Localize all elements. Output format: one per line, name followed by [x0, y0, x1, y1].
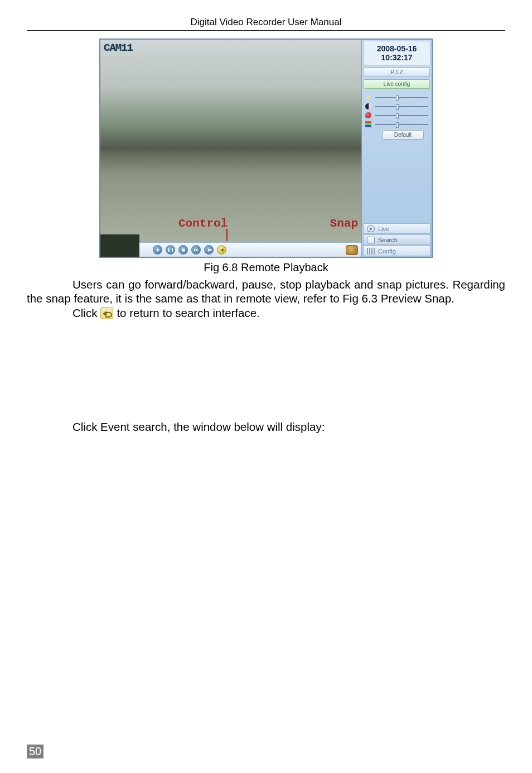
time-text: 10:32:17: [364, 53, 430, 62]
playback-control-bar: [139, 242, 361, 257]
ptz-tab[interactable]: P.T.Z: [364, 68, 430, 77]
page-header-title: Digital Video Recorder User Manual: [27, 17, 505, 30]
eye-icon: [367, 225, 375, 232]
default-button-label: Default: [394, 132, 412, 138]
rewind-button[interactable]: [191, 245, 201, 255]
snap-button[interactable]: [346, 245, 358, 255]
mode-buttons-area: Live Search Config: [362, 223, 432, 257]
stop-button[interactable]: [178, 245, 188, 255]
hue-slider-row: [365, 121, 428, 127]
screenshot-figure: CAM11 Control Snap 2008-05-: [27, 39, 505, 258]
brightness-slider-row: [365, 94, 428, 100]
default-button[interactable]: Default: [382, 130, 424, 140]
live-config-tab[interactable]: Live config: [364, 79, 430, 89]
control-annotation-arrow: [226, 229, 228, 241]
brightness-slider[interactable]: [375, 97, 428, 98]
datetime-display: 2008-05-16 10:32:17: [363, 41, 431, 65]
return-icon: [100, 307, 113, 319]
return-button[interactable]: [217, 245, 226, 255]
click-post-text: to return to search interface.: [117, 306, 259, 320]
saturation-slider-row: [365, 112, 428, 118]
hue-slider[interactable]: [375, 124, 428, 125]
mode-live-label: Live: [378, 225, 389, 232]
mode-search-label: Search: [378, 237, 398, 243]
ptz-tab-label: P.T.Z: [390, 69, 403, 75]
hue-icon: [365, 121, 371, 127]
contrast-slider[interactable]: [375, 106, 428, 107]
image-sliders: Default: [362, 90, 432, 142]
date-text: 2008-05-16: [364, 44, 430, 53]
config-icon: [367, 248, 375, 255]
click-pre-text: Click: [72, 306, 97, 320]
paragraph-1: Users can go forward/backward, pause, st…: [27, 277, 505, 305]
mode-search-button[interactable]: Search: [363, 234, 431, 245]
mode-config-button[interactable]: Config: [363, 246, 431, 256]
fast-forward-button[interactable]: [204, 245, 214, 255]
brightness-icon: [365, 94, 371, 100]
pause-button[interactable]: [166, 245, 175, 255]
camera-name-overlay: CAM11: [104, 42, 133, 54]
snap-annotation: Snap: [330, 217, 358, 230]
side-panel: 2008-05-16 10:32:17 P.T.Z Live config: [361, 40, 432, 257]
figure-caption: Fig 6.8 Remote Playback: [27, 261, 505, 274]
saturation-slider[interactable]: [375, 115, 428, 116]
live-config-tab-label: Live config: [384, 81, 410, 87]
contrast-icon: [365, 103, 371, 109]
mode-live-button[interactable]: Live: [363, 223, 431, 234]
click-instruction-line: Click to return to search interface.: [27, 306, 505, 320]
play-button[interactable]: [153, 245, 162, 255]
video-viewport: CAM11 Control Snap: [100, 40, 361, 257]
search-icon: [367, 237, 375, 243]
contrast-slider-row: [365, 103, 428, 109]
mode-config-label: Config: [378, 248, 396, 255]
paragraph-2: Click Event search, the window below wil…: [27, 420, 505, 434]
viewport-corner: [100, 234, 139, 257]
app-screenshot: CAM11 Control Snap 2008-05-: [99, 39, 433, 258]
header-divider: [27, 30, 505, 31]
page-number: 50: [27, 745, 43, 758]
saturation-icon: [365, 112, 371, 118]
control-annotation: Control: [178, 217, 228, 230]
